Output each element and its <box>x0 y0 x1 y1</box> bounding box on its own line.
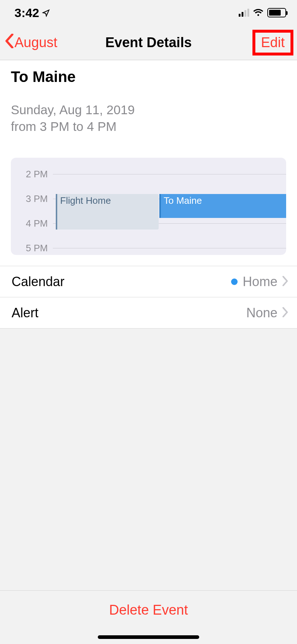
calendar-row[interactable]: Calendar Home <box>0 266 297 297</box>
chevron-left-icon <box>5 34 14 51</box>
timeline-event-to-maine[interactable]: To Maine <box>159 194 286 218</box>
location-icon <box>42 6 50 20</box>
hour-5pm: 5 PM <box>11 243 53 254</box>
event-time-line: from 3 PM to 4 PM <box>11 118 286 135</box>
timeline-hour: 2 PM <box>11 169 286 180</box>
chevron-right-icon <box>283 274 288 289</box>
battery-icon <box>267 8 286 17</box>
content-area: To Maine Sunday, Aug 11, 2019 from 3 PM … <box>0 60 297 329</box>
status-right <box>239 8 286 17</box>
back-button[interactable]: August <box>5 34 57 51</box>
home-indicator[interactable] <box>98 635 199 639</box>
event-date: Sunday, Aug 11, 2019 from 3 PM to 4 PM <box>11 102 286 135</box>
event-header: To Maine Sunday, Aug 11, 2019 from 3 PM … <box>0 60 297 149</box>
delete-event-button[interactable]: Delete Event <box>109 602 188 618</box>
chevron-right-icon <box>283 305 288 321</box>
timeline-event-flight-home[interactable]: Flight Home <box>56 194 159 230</box>
signal-icon <box>239 9 249 17</box>
back-label: August <box>14 35 57 50</box>
hour-3pm: 3 PM <box>11 193 53 205</box>
alert-row[interactable]: Alert None <box>0 297 297 329</box>
hour-4pm: 4 PM <box>11 218 53 229</box>
edit-button[interactable]: Edit <box>252 30 293 55</box>
page-title: Event Details <box>105 35 192 50</box>
delete-toolbar: Delete Event <box>0 590 297 629</box>
timeline-view[interactable]: 2 PM 3 PM 4 PM 5 PM Flight Home To Maine <box>11 158 286 255</box>
alert-label: Alert <box>12 305 38 321</box>
timeline-hour: 5 PM <box>11 243 286 254</box>
calendar-value: Home <box>243 274 277 289</box>
hour-2pm: 2 PM <box>11 169 53 180</box>
nav-bar: August Event Details Edit <box>0 25 297 60</box>
alert-value: None <box>246 305 277 321</box>
calendar-label: Calendar <box>12 274 64 289</box>
status-time: 3:42 <box>14 6 50 20</box>
status-bar: 3:42 <box>0 0 297 25</box>
edit-label: Edit <box>261 35 285 50</box>
options-list: Calendar Home Alert None <box>0 266 297 329</box>
calendar-color-dot <box>231 278 238 285</box>
event-title: To Maine <box>11 68 286 86</box>
event-date-line: Sunday, Aug 11, 2019 <box>11 102 286 118</box>
time-text: 3:42 <box>14 6 39 20</box>
wifi-icon <box>253 8 264 17</box>
